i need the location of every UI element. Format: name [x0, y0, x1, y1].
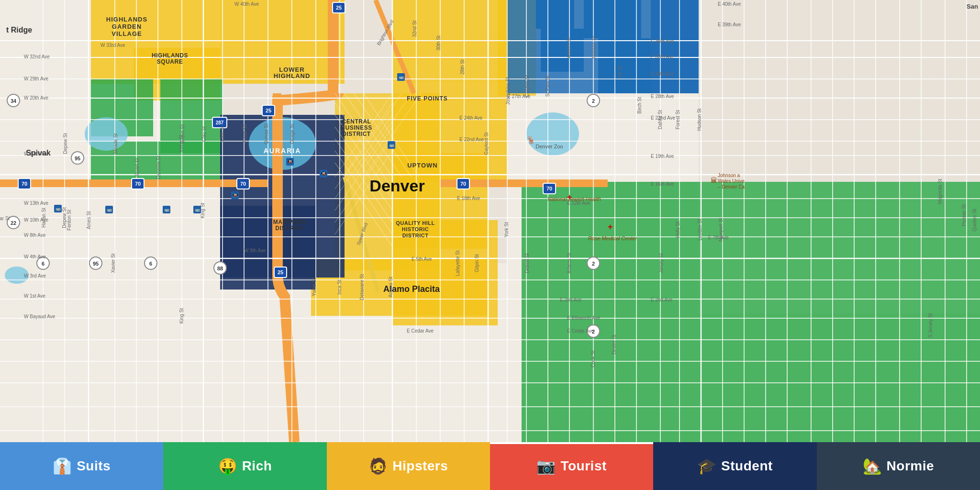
- rich-label: Rich: [242, 458, 272, 474]
- student-emoji: 🎓: [697, 457, 716, 475]
- svg-text:Eliot St: Eliot St: [220, 126, 225, 142]
- svg-text:York St: York St: [504, 222, 509, 237]
- svg-text:Ivy St: Ivy St: [617, 66, 622, 78]
- svg-text:🚇: 🚇: [233, 192, 238, 198]
- svg-text:t Ridge: t Ridge: [6, 26, 32, 34]
- svg-text:W 20th Ave: W 20th Ave: [24, 95, 48, 100]
- svg-text:E 5th Ave: E 5th Ave: [412, 256, 432, 262]
- svg-text:Yuma St: Yuma St: [312, 278, 317, 296]
- svg-text:E 2nd Ave: E 2nd Ave: [651, 297, 673, 302]
- svg-text:King St: King St: [200, 203, 205, 218]
- svg-text:– Denver Ca: – Denver Ca: [718, 184, 745, 189]
- svg-text:Rose Medical Center: Rose Medical Center: [588, 235, 638, 241]
- nav-normie[interactable]: 🏡 Normie: [817, 442, 980, 490]
- svg-text:HIGHLANDS: HIGHLANDS: [152, 52, 188, 59]
- svg-text:28th St: 28th St: [460, 59, 465, 75]
- svg-text:25: 25: [336, 5, 342, 11]
- svg-text:E 40th Ave: E 40th Ave: [718, 1, 741, 7]
- svg-text:DISTRICT: DISTRICT: [342, 131, 371, 137]
- svg-text:E 2nd Ave: E 2nd Ave: [560, 297, 582, 302]
- svg-text:Xavier St: Xavier St: [111, 253, 116, 273]
- svg-text:E 19th Ave: E 19th Ave: [651, 154, 674, 159]
- nav-student[interactable]: 🎓 Student: [653, 442, 816, 490]
- svg-text:UPTOWN: UPTOWN: [407, 162, 438, 169]
- svg-text:E 22nd Ave: E 22nd Ave: [651, 115, 675, 121]
- svg-text:W 1st Ave: W 1st Ave: [24, 293, 45, 299]
- svg-text:DISTRICT: DISTRICT: [275, 225, 304, 232]
- svg-text:Dexter St: Dexter St: [612, 334, 617, 355]
- svg-text:🚇: 🚇: [321, 171, 327, 177]
- svg-text:E 28th Ave: E 28th Ave: [651, 94, 674, 99]
- svg-rect-21: [536, 0, 574, 29]
- svg-text:W 33rd Ave: W 33rd Ave: [100, 43, 125, 48]
- svg-text:DISTRICT: DISTRICT: [402, 233, 429, 238]
- svg-text:W 13th Ave: W 13th Ave: [24, 200, 48, 206]
- svg-text:E 39th Ave: E 39th Ave: [718, 22, 741, 27]
- svg-text:Forest St: Forest St: [675, 110, 680, 130]
- svg-text:Holly St: Holly St: [675, 222, 680, 238]
- svg-text:6: 6: [42, 261, 45, 267]
- svg-text:Delaware St: Delaware St: [359, 274, 365, 301]
- svg-text:Denver: Denver: [369, 177, 424, 195]
- svg-text:🚌: 🚌: [389, 142, 395, 148]
- svg-text:W 17th Ave: W 17th Ave: [24, 151, 48, 156]
- svg-text:34: 34: [11, 98, 17, 104]
- svg-text:2: 2: [592, 98, 595, 104]
- svg-text:32nd St: 32nd St: [412, 21, 417, 37]
- svg-text:W 29th Ave: W 29th Ave: [24, 76, 48, 81]
- suits-emoji: 👔: [53, 457, 72, 475]
- student-label: Student: [721, 458, 773, 474]
- svg-text:Birch St: Birch St: [637, 97, 642, 113]
- svg-text:70: 70: [546, 186, 552, 191]
- svg-text:E Cedar Ave: E Cedar Ave: [567, 328, 594, 334]
- svg-text:Detroit St: Detroit St: [524, 253, 530, 273]
- nav-suits[interactable]: 👔 Suits: [0, 442, 163, 490]
- svg-text:Pontiac St: Pontiac St: [961, 204, 967, 226]
- svg-text:70: 70: [240, 181, 246, 187]
- svg-text:Hudson St: Hudson St: [697, 108, 702, 131]
- svg-text:FIVE POINTS: FIVE POINTS: [407, 95, 448, 102]
- svg-text:30th St: 30th St: [436, 35, 441, 51]
- svg-text:Quebec St: Quebec St: [972, 209, 977, 231]
- svg-text:E 24th Ave: E 24th Ave: [459, 115, 483, 121]
- svg-text:Josephine St: Josephine St: [505, 77, 511, 105]
- svg-text:St Paul St: St Paul St: [545, 76, 550, 97]
- svg-point-31: [85, 117, 128, 151]
- normie-emoji: 🏡: [863, 457, 882, 475]
- svg-text:Lamar St: Lamar St: [0, 216, 10, 221]
- nav-hipsters[interactable]: 🧔 Hipsters: [327, 442, 490, 490]
- svg-text:GARDEN: GARDEN: [112, 23, 142, 30]
- svg-text:Inca St: Inca St: [337, 279, 342, 294]
- svg-text:95: 95: [75, 156, 80, 161]
- svg-text:MARIPOSA: MARIPOSA: [273, 219, 306, 225]
- svg-text:Osceola St: Osceola St: [156, 156, 161, 179]
- svg-text:W 40th Ave: W 40th Ave: [234, 1, 259, 7]
- svg-text:E 22nd Ave: E 22nd Ave: [459, 137, 484, 142]
- svg-text:Stuart St: Stuart St: [134, 158, 140, 177]
- svg-text:70: 70: [460, 181, 466, 187]
- map-svg[interactable]: 25 25 25 70 70 70 70 70: [0, 0, 980, 442]
- svg-text:Magnolia St: Magnolia St: [937, 178, 943, 204]
- nav-rich[interactable]: 🤑 Rich: [163, 442, 326, 490]
- svg-text:Denver Zoo: Denver Zoo: [535, 144, 563, 149]
- svg-text:Depew St: Depew St: [63, 133, 68, 154]
- svg-rect-33: [328, 0, 338, 96]
- svg-text:CENTRAL: CENTRAL: [342, 118, 371, 125]
- svg-text:QUALITY HILL: QUALITY HILL: [396, 220, 435, 226]
- svg-text:HISTORIC: HISTORIC: [402, 226, 429, 232]
- tourist-emoji: 📷: [536, 457, 556, 475]
- svg-text:Irving St: Irving St: [178, 134, 184, 152]
- svg-text:Leyden St: Leyden St: [697, 219, 702, 240]
- suits-label: Suits: [77, 458, 111, 474]
- svg-text:Adams St: Adams St: [566, 37, 571, 58]
- svg-text:W 32nd Ave: W 32nd Ave: [24, 54, 50, 59]
- nav-tourist[interactable]: 📷 Tourist: [490, 442, 653, 490]
- svg-text:🚌: 🚌: [195, 207, 200, 212]
- svg-text:🚇: 🚇: [288, 159, 293, 165]
- svg-text:Johnson a: Johnson a: [718, 173, 740, 178]
- svg-text:BUSINESS: BUSINESS: [341, 124, 372, 131]
- svg-text:22: 22: [11, 220, 16, 226]
- svg-text:Jackson St: Jackson St: [591, 36, 597, 59]
- svg-text:E Cedar Ave: E Cedar Ave: [407, 328, 434, 334]
- svg-text:+: +: [608, 222, 613, 232]
